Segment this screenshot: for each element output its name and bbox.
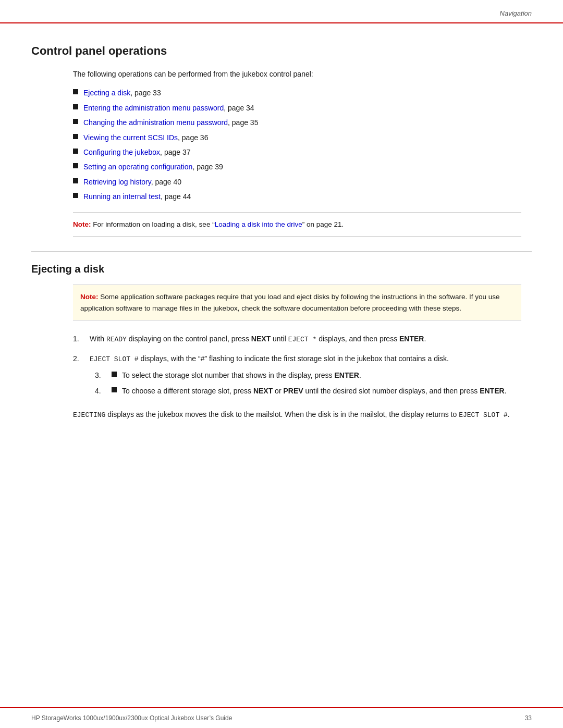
link-entering-admin-password[interactable]: Entering the administration menu passwor… bbox=[83, 104, 224, 112]
ejecting-paragraph: EJECTING displays as the jukebox moves t… bbox=[73, 409, 521, 421]
list-item: Setting an operating configuration, page… bbox=[73, 161, 532, 172]
link-configuring-jukebox[interactable]: Configuring the jukebox bbox=[83, 148, 160, 156]
link-running-internal-test[interactable]: Running an internal test bbox=[83, 192, 161, 201]
bold-enter-3: ENTER bbox=[480, 387, 504, 395]
bullet-icon bbox=[73, 104, 78, 109]
section1-heading: Control panel operations bbox=[31, 44, 532, 58]
link-retrieving-log-history[interactable]: Retrieving log history bbox=[83, 178, 151, 186]
bullet-icon bbox=[73, 163, 78, 168]
bullet-icon bbox=[73, 178, 78, 183]
link-changing-admin-password[interactable]: Changing the administration menu passwor… bbox=[83, 118, 228, 127]
step-1-content: With READY displaying on the control pan… bbox=[90, 333, 521, 346]
link-setting-operating-config[interactable]: Setting an operating configuration bbox=[83, 163, 192, 171]
note-label: Note: bbox=[73, 220, 91, 228]
code-ready: READY bbox=[106, 336, 127, 343]
list-item: Entering the administration menu passwor… bbox=[73, 102, 532, 114]
section2-heading: Ejecting a disk bbox=[31, 263, 532, 275]
nav-label: Navigation bbox=[500, 9, 532, 17]
steps-list: With READY displaying on the control pan… bbox=[73, 333, 521, 401]
footer-title: HP StorageWorks 1000ux/1900ux/2300ux Opt… bbox=[31, 714, 232, 722]
section1-note-box: Note: For information on loading a disk,… bbox=[73, 212, 521, 237]
section2-warning-box: Note: Some application software packages… bbox=[73, 285, 521, 320]
note-text2: ” on page 21. bbox=[302, 220, 344, 228]
bold-enter-1: ENTER bbox=[399, 335, 424, 343]
bullet-icon bbox=[112, 387, 117, 392]
list-item: Ejecting a disk, page 33 bbox=[73, 87, 532, 98]
step-2-content: EJECT SLOT # displays, with the “#” flas… bbox=[90, 353, 521, 401]
sub-bullet-1: To select the storage slot number that s… bbox=[95, 369, 521, 381]
sub-bullet-1-text: To select the storage slot number that s… bbox=[122, 369, 361, 381]
bold-next-2: NEXT bbox=[253, 387, 273, 395]
bullet-icon bbox=[112, 372, 117, 377]
note-text: For information on loading a disk, see “ bbox=[93, 220, 214, 228]
list-item: Running an internal test, page 44 bbox=[73, 191, 532, 202]
section-divider bbox=[31, 251, 532, 252]
code-eject-star: EJECT * bbox=[288, 336, 317, 343]
bold-prev: PREV bbox=[283, 387, 303, 395]
step-2-sub-bullets: To select the storage slot number that s… bbox=[95, 369, 521, 397]
list-item: Retrieving log history, page 40 bbox=[73, 176, 532, 188]
code-eject-slot-hash: EJECT SLOT # bbox=[459, 411, 508, 419]
bold-next-1: NEXT bbox=[251, 335, 271, 343]
code-eject-slot: EJECT SLOT # bbox=[90, 355, 139, 363]
list-item: Changing the administration menu passwor… bbox=[73, 117, 532, 128]
bullet-icon bbox=[73, 119, 78, 124]
bullet-icon bbox=[73, 193, 78, 198]
sub-bullet-2-text: To choose a different storage slot, pres… bbox=[122, 385, 506, 397]
bullet-icon bbox=[73, 89, 78, 94]
bold-enter-2: ENTER bbox=[335, 371, 359, 379]
page-footer: HP StorageWorks 1000ux/1900ux/2300ux Opt… bbox=[0, 707, 563, 728]
top-nav-bar: Navigation bbox=[0, 0, 563, 23]
code-ejecting: EJECTING bbox=[73, 411, 105, 419]
note-link-loading-disk[interactable]: Loading a disk into the drive bbox=[215, 220, 302, 228]
step-2: EJECT SLOT # displays, with the “#” flas… bbox=[73, 353, 521, 401]
bullet-icon bbox=[73, 149, 78, 154]
footer-page: 33 bbox=[525, 714, 532, 722]
list-item: Viewing the current SCSI IDs, page 36 bbox=[73, 132, 532, 143]
step-1: With READY displaying on the control pan… bbox=[73, 333, 521, 346]
link-viewing-scsi-ids[interactable]: Viewing the current SCSI IDs bbox=[83, 133, 178, 142]
bullet-icon bbox=[73, 134, 78, 139]
warning-label: Note: bbox=[80, 293, 99, 301]
page-container: Navigation Control panel operations The … bbox=[0, 0, 563, 728]
link-ejecting-a-disk[interactable]: Ejecting a disk bbox=[83, 89, 130, 97]
section1-bullet-list: Ejecting a disk, page 33 Entering the ad… bbox=[73, 87, 532, 202]
sub-bullet-2: To choose a different storage slot, pres… bbox=[95, 385, 521, 397]
warning-text: Some application software packages requi… bbox=[80, 293, 499, 312]
section1-intro: The following operations can be performe… bbox=[73, 68, 532, 80]
list-item: Configuring the jukebox, page 37 bbox=[73, 146, 532, 158]
main-content: Control panel operations The following o… bbox=[0, 23, 563, 441]
